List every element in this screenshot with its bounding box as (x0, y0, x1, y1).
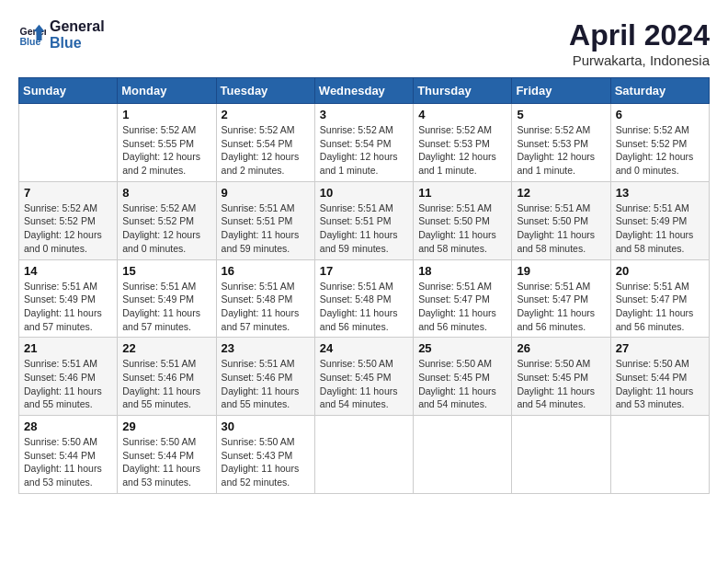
calendar-cell: 7Sunrise: 5:52 AM Sunset: 5:52 PM Daylig… (19, 181, 118, 259)
day-number: 5 (517, 108, 605, 121)
day-info: Sunrise: 5:51 AM Sunset: 5:48 PM Dayligh… (320, 280, 408, 334)
day-info: Sunrise: 5:51 AM Sunset: 5:46 PM Dayligh… (222, 357, 310, 411)
day-info: Sunrise: 5:51 AM Sunset: 5:49 PM Dayligh… (24, 280, 112, 334)
calendar-cell (512, 416, 610, 494)
day-number: 29 (122, 419, 210, 433)
calendar-cell: 21Sunrise: 5:51 AM Sunset: 5:46 PM Dayli… (19, 338, 118, 416)
calendar-cell: 24Sunrise: 5:50 AM Sunset: 5:45 PM Dayli… (314, 338, 413, 416)
day-number: 22 (122, 341, 210, 355)
day-info: Sunrise: 5:52 AM Sunset: 5:53 PM Dayligh… (517, 123, 605, 178)
day-number: 7 (24, 186, 112, 200)
calendar-cell: 23Sunrise: 5:51 AM Sunset: 5:46 PM Dayli… (216, 338, 314, 416)
calendar-cell: 25Sunrise: 5:50 AM Sunset: 5:45 PM Dayli… (414, 338, 512, 416)
calendar-cell: 4Sunrise: 5:52 AM Sunset: 5:53 PM Daylig… (414, 104, 512, 182)
day-number: 21 (24, 341, 112, 355)
day-number: 4 (418, 108, 506, 121)
day-info: Sunrise: 5:51 AM Sunset: 5:46 PM Dayligh… (122, 357, 210, 411)
day-number: 12 (517, 186, 605, 200)
calendar-cell: 2Sunrise: 5:52 AM Sunset: 5:54 PM Daylig… (216, 104, 314, 182)
day-info: Sunrise: 5:51 AM Sunset: 5:46 PM Dayligh… (24, 357, 112, 411)
calendar-week-4: 21Sunrise: 5:51 AM Sunset: 5:46 PM Dayli… (19, 338, 710, 416)
calendar-table: SundayMondayTuesdayWednesdayThursdayFrid… (18, 77, 710, 494)
day-number: 25 (418, 341, 506, 355)
calendar-body: 1Sunrise: 5:52 AM Sunset: 5:55 PM Daylig… (19, 104, 710, 494)
day-info: Sunrise: 5:52 AM Sunset: 5:55 PM Dayligh… (122, 123, 210, 178)
day-number: 16 (222, 264, 310, 278)
page-header: General Blue General Blue April 2024 Pur… (18, 18, 710, 68)
day-number: 2 (222, 108, 310, 121)
day-info: Sunrise: 5:51 AM Sunset: 5:47 PM Dayligh… (517, 280, 605, 334)
calendar-cell (414, 416, 512, 494)
day-info: Sunrise: 5:50 AM Sunset: 5:44 PM Dayligh… (24, 435, 112, 489)
day-number: 11 (418, 186, 506, 200)
calendar-cell: 3Sunrise: 5:52 AM Sunset: 5:54 PM Daylig… (314, 104, 413, 182)
day-info: Sunrise: 5:51 AM Sunset: 5:51 PM Dayligh… (320, 201, 408, 256)
day-info: Sunrise: 5:51 AM Sunset: 5:50 PM Dayligh… (517, 201, 605, 256)
weekday-header-row: SundayMondayTuesdayWednesdayThursdayFrid… (19, 78, 710, 104)
calendar-cell: 28Sunrise: 5:50 AM Sunset: 5:44 PM Dayli… (19, 416, 118, 494)
calendar-cell: 11Sunrise: 5:51 AM Sunset: 5:50 PM Dayli… (414, 181, 512, 259)
calendar-cell: 17Sunrise: 5:51 AM Sunset: 5:48 PM Dayli… (314, 259, 413, 338)
weekday-header-tuesday: Tuesday (216, 78, 314, 104)
calendar-week-2: 7Sunrise: 5:52 AM Sunset: 5:52 PM Daylig… (19, 181, 710, 259)
day-info: Sunrise: 5:50 AM Sunset: 5:45 PM Dayligh… (320, 357, 408, 411)
day-info: Sunrise: 5:50 AM Sunset: 5:45 PM Dayligh… (418, 357, 506, 411)
calendar-cell: 5Sunrise: 5:52 AM Sunset: 5:53 PM Daylig… (512, 104, 610, 182)
day-number: 17 (320, 264, 408, 278)
calendar-cell: 20Sunrise: 5:51 AM Sunset: 5:47 PM Dayli… (610, 259, 709, 338)
calendar-cell: 27Sunrise: 5:50 AM Sunset: 5:44 PM Dayli… (610, 338, 709, 416)
day-number: 26 (517, 341, 605, 355)
calendar-cell (314, 416, 413, 494)
day-number: 24 (320, 341, 408, 355)
day-number: 18 (418, 264, 506, 278)
calendar-cell: 30Sunrise: 5:50 AM Sunset: 5:43 PM Dayli… (216, 416, 314, 494)
day-info: Sunrise: 5:50 AM Sunset: 5:43 PM Dayligh… (222, 435, 310, 489)
day-info: Sunrise: 5:52 AM Sunset: 5:52 PM Dayligh… (616, 123, 704, 178)
calendar-cell (610, 416, 709, 494)
day-number: 28 (24, 419, 112, 433)
calendar-cell: 1Sunrise: 5:52 AM Sunset: 5:55 PM Daylig… (118, 104, 216, 182)
day-number: 6 (616, 108, 704, 121)
day-number: 14 (24, 264, 112, 278)
day-number: 13 (616, 186, 704, 200)
day-number: 3 (320, 108, 408, 121)
day-number: 15 (122, 264, 210, 278)
day-number: 9 (222, 186, 310, 200)
day-info: Sunrise: 5:52 AM Sunset: 5:52 PM Dayligh… (24, 201, 112, 256)
day-number: 19 (517, 264, 605, 278)
day-info: Sunrise: 5:51 AM Sunset: 5:48 PM Dayligh… (222, 280, 310, 334)
calendar-cell: 9Sunrise: 5:51 AM Sunset: 5:51 PM Daylig… (216, 181, 314, 259)
title-block: April 2024 Purwakarta, Indonesia (569, 18, 710, 68)
calendar-cell: 22Sunrise: 5:51 AM Sunset: 5:46 PM Dayli… (118, 338, 216, 416)
calendar-cell: 8Sunrise: 5:52 AM Sunset: 5:52 PM Daylig… (118, 181, 216, 259)
day-number: 1 (122, 108, 210, 121)
month-year: April 2024 (569, 18, 710, 52)
logo: General Blue General Blue (18, 18, 105, 51)
day-number: 30 (222, 419, 310, 433)
calendar-cell: 16Sunrise: 5:51 AM Sunset: 5:48 PM Dayli… (216, 259, 314, 338)
day-info: Sunrise: 5:51 AM Sunset: 5:47 PM Dayligh… (616, 280, 704, 334)
weekday-header-saturday: Saturday (610, 78, 709, 104)
calendar-cell: 13Sunrise: 5:51 AM Sunset: 5:49 PM Dayli… (610, 181, 709, 259)
day-info: Sunrise: 5:51 AM Sunset: 5:50 PM Dayligh… (418, 201, 506, 256)
day-info: Sunrise: 5:52 AM Sunset: 5:54 PM Dayligh… (222, 123, 310, 178)
calendar-cell: 10Sunrise: 5:51 AM Sunset: 5:51 PM Dayli… (314, 181, 413, 259)
calendar-cell (19, 104, 118, 182)
calendar-cell: 29Sunrise: 5:50 AM Sunset: 5:44 PM Dayli… (118, 416, 216, 494)
day-info: Sunrise: 5:50 AM Sunset: 5:44 PM Dayligh… (616, 357, 704, 411)
calendar-cell: 26Sunrise: 5:50 AM Sunset: 5:45 PM Dayli… (512, 338, 610, 416)
weekday-header-friday: Friday (512, 78, 610, 104)
day-number: 27 (616, 341, 704, 355)
logo-blue: Blue (50, 35, 105, 52)
day-number: 20 (616, 264, 704, 278)
day-info: Sunrise: 5:50 AM Sunset: 5:44 PM Dayligh… (122, 435, 210, 489)
day-info: Sunrise: 5:51 AM Sunset: 5:49 PM Dayligh… (122, 280, 210, 334)
calendar-cell: 6Sunrise: 5:52 AM Sunset: 5:52 PM Daylig… (610, 104, 709, 182)
calendar-cell: 14Sunrise: 5:51 AM Sunset: 5:49 PM Dayli… (19, 259, 118, 338)
calendar-week-5: 28Sunrise: 5:50 AM Sunset: 5:44 PM Dayli… (19, 416, 710, 494)
day-info: Sunrise: 5:51 AM Sunset: 5:47 PM Dayligh… (418, 280, 506, 334)
weekday-header-wednesday: Wednesday (314, 78, 413, 104)
day-info: Sunrise: 5:52 AM Sunset: 5:53 PM Dayligh… (418, 123, 506, 178)
calendar-cell: 15Sunrise: 5:51 AM Sunset: 5:49 PM Dayli… (118, 259, 216, 338)
day-number: 10 (320, 186, 408, 200)
